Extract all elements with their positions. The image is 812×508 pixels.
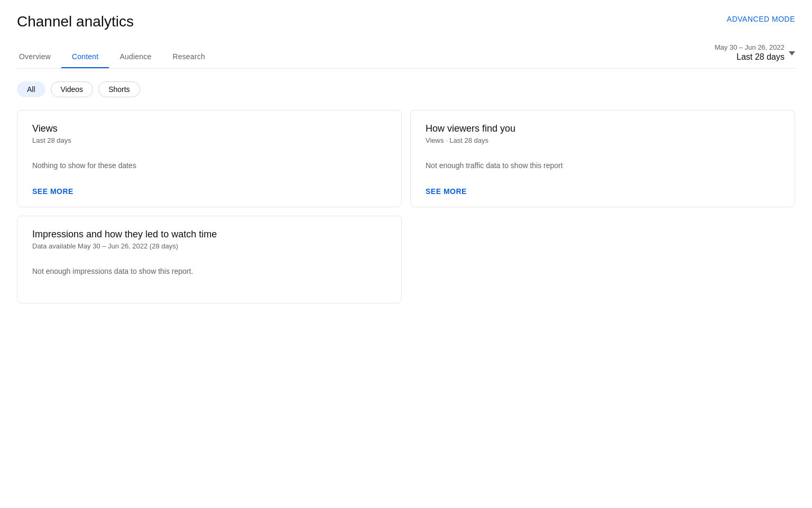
tab-content[interactable]: Content: [61, 46, 109, 68]
views-see-more-button[interactable]: SEE MORE: [32, 187, 73, 196]
views-card-subtitle: Last 28 days: [32, 136, 386, 144]
viewers-find-you-card-subtitle: Views · Last 28 days: [426, 136, 780, 144]
advanced-mode-button[interactable]: ADVANCED MODE: [727, 15, 795, 23]
pill-all[interactable]: All: [17, 81, 45, 97]
chevron-down-icon[interactable]: [789, 51, 795, 56]
main-cards-grid: Views Last 28 days Nothing to show for t…: [17, 110, 795, 207]
viewers-find-you-see-more-button[interactable]: SEE MORE: [426, 187, 467, 196]
impressions-card-empty-message: Not enough impressions data to show this…: [32, 267, 386, 275]
impressions-card-title: Impressions and how they led to watch ti…: [32, 229, 386, 240]
header: Channel analytics ADVANCED MODE: [17, 13, 795, 31]
date-range-selector[interactable]: May 30 – Jun 26, 2022 Last 28 days: [715, 43, 795, 68]
pill-shorts[interactable]: Shorts: [98, 81, 140, 97]
tabs: Overview Content Audience Research: [17, 46, 216, 68]
viewers-find-you-card: How viewers find you Views · Last 28 day…: [410, 110, 795, 207]
page-title: Channel analytics: [17, 13, 134, 31]
page-container: Channel analytics ADVANCED MODE Overview…: [0, 0, 812, 316]
views-card-title: Views: [32, 123, 386, 134]
views-card-empty-message: Nothing to show for these dates: [32, 161, 386, 170]
date-info: May 30 – Jun 26, 2022 Last 28 days: [715, 43, 785, 62]
tab-overview[interactable]: Overview: [17, 46, 61, 68]
date-duration-label: Last 28 days: [736, 52, 785, 61]
tab-audience[interactable]: Audience: [109, 46, 162, 68]
viewers-find-you-card-empty-message: Not enough traffic data to show this rep…: [426, 161, 780, 170]
views-card: Views Last 28 days Nothing to show for t…: [17, 110, 402, 207]
impressions-card-subtitle: Data available May 30 – Jun 26, 2022 (28…: [32, 242, 386, 250]
tabs-section: Overview Content Audience Research May 3…: [17, 43, 795, 69]
filter-pills: All Videos Shorts: [17, 79, 795, 97]
date-period-label: May 30 – Jun 26, 2022: [715, 43, 785, 51]
viewers-find-you-card-title: How viewers find you: [426, 123, 780, 134]
pill-videos[interactable]: Videos: [51, 81, 94, 97]
impressions-card: Impressions and how they led to watch ti…: [17, 216, 402, 303]
tab-research[interactable]: Research: [162, 46, 216, 68]
